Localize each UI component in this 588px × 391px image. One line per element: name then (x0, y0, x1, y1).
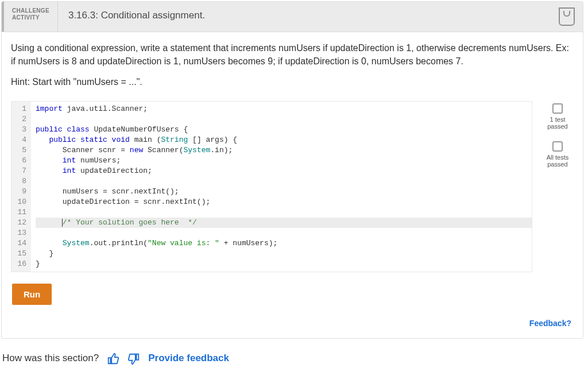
line-number-gutter: 12345678910111213141516 (11, 102, 31, 272)
status-one-test: 1 test passed (541, 103, 574, 130)
prompt-text: Using a conditional expression, write a … (11, 41, 574, 68)
code-line[interactable] (36, 228, 532, 238)
code-line[interactable]: int updateDirection; (36, 166, 532, 176)
code-line[interactable] (36, 114, 532, 125)
line-number: 3 (14, 125, 26, 135)
line-number: 8 (14, 176, 26, 187)
code-line[interactable]: Scanner scnr = new Scanner(System.in); (36, 145, 532, 156)
status-all-tests: All tests passed (541, 141, 574, 168)
activity-title: 3.16.3: Conditional assignment. (58, 2, 551, 32)
code-editor[interactable]: 12345678910111213141516 import java.util… (11, 101, 532, 272)
code-line[interactable]: } (36, 249, 532, 259)
status-label: 1 test (541, 116, 574, 123)
footer-question: How was this section? (2, 353, 99, 364)
run-button[interactable]: Run (12, 284, 52, 305)
activity-type-badge: CHALLENGE ACTIVITY (4, 2, 58, 32)
line-number: 9 (14, 187, 26, 197)
line-number: 10 (14, 197, 26, 207)
feedback-link[interactable]: Feedback? (11, 319, 571, 328)
badge-line1: CHALLENGE (12, 7, 49, 14)
provide-feedback-link[interactable]: Provide feedback (148, 353, 229, 364)
code-line[interactable]: public static void main (String [] args)… (36, 135, 532, 145)
status-label: passed (541, 161, 574, 168)
line-number: 1 (14, 104, 26, 114)
activity-body: Using a conditional expression, write a … (2, 32, 583, 338)
status-label: passed (541, 123, 574, 130)
line-number: 4 (14, 135, 26, 145)
code-line[interactable] (36, 207, 532, 218)
code-line[interactable]: int numUsers; (36, 156, 532, 166)
hint-text: Hint: Start with "numUsers = ...". (11, 77, 574, 87)
activity-header: CHALLENGE ACTIVITY 3.16.3: Conditional a… (2, 2, 583, 32)
line-number: 11 (14, 207, 26, 218)
line-number: 7 (14, 166, 26, 176)
test-status-column: 1 test passed All tests passed (541, 101, 574, 179)
code-line[interactable] (36, 176, 532, 187)
status-label: All tests (541, 154, 574, 161)
bookmark-icon[interactable] (559, 7, 575, 26)
line-number: 5 (14, 145, 26, 156)
checkbox-icon (552, 141, 563, 152)
code-area[interactable]: import java.util.Scanner; public class U… (31, 102, 532, 272)
code-line[interactable]: public class UpdateNumberOfUsers { (36, 125, 532, 135)
code-line[interactable]: updateDirection = scnr.nextInt(); (36, 197, 532, 207)
line-number: 12 (14, 218, 26, 228)
section-feedback-footer: How was this section? Provide feedback (0, 344, 588, 371)
code-line[interactable]: /* Your solution goes here */ (36, 218, 532, 228)
line-number: 6 (14, 156, 26, 166)
code-line[interactable]: numUsers = scnr.nextInt(); (36, 187, 532, 197)
code-line[interactable]: import java.util.Scanner; (36, 104, 532, 114)
thumbs-up-icon[interactable] (107, 353, 119, 364)
line-number: 13 (14, 228, 26, 238)
badge-line2: ACTIVITY (12, 14, 49, 21)
thumbs-down-icon[interactable] (127, 353, 140, 364)
line-number: 14 (14, 238, 26, 249)
line-number: 2 (14, 114, 26, 125)
line-number: 16 (14, 259, 26, 269)
code-line[interactable]: } (36, 259, 532, 269)
code-line[interactable]: System.out.println("New value is: " + nu… (36, 238, 532, 249)
checkbox-icon (552, 103, 563, 114)
challenge-activity: CHALLENGE ACTIVITY 3.16.3: Conditional a… (1, 1, 583, 339)
line-number: 15 (14, 249, 26, 259)
editor-row: 12345678910111213141516 import java.util… (11, 101, 574, 272)
